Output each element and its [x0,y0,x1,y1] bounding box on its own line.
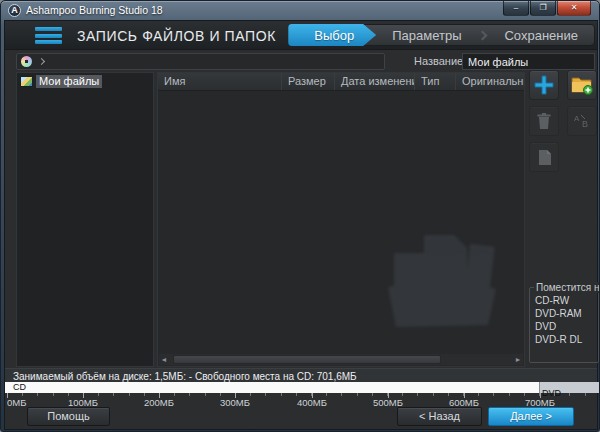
window-controls: – ❐ ✕ [502,1,591,16]
disc-icon [21,56,32,67]
capacity-bar: CD DVD [5,382,599,393]
name-label: Название: [414,53,466,70]
folder-plus-icon [571,75,593,95]
tab-options[interactable]: Параметры [376,25,477,45]
back-button[interactable]: < Назад [397,407,482,426]
horizontal-scrollbar: ◄ ► [159,354,523,365]
folder-tree-panel: Мои файлы [16,72,154,367]
ruler-minor-ticks [7,393,597,396]
scroll-right-icon[interactable]: ► [513,354,523,365]
plus-icon [533,74,555,96]
trash-icon [536,112,552,130]
svg-text:A: A [574,114,580,123]
scroll-left-icon[interactable]: ◄ [159,354,169,365]
fits-on-item: DVD [535,320,593,333]
document-icon [537,149,552,166]
ruler-label: 0МБ [7,397,26,408]
fits-on-item: DVD-R DL [535,333,593,346]
project-name-input[interactable] [462,53,595,70]
ruler-label: 400МБ [297,397,327,408]
column-type[interactable]: Тип [415,73,456,90]
sidebar-item-my-files[interactable]: Мои файлы [17,73,153,90]
tab-save[interactable]: Сохранение [488,25,594,45]
app-logo-icon: A [8,4,21,17]
add-files-button[interactable] [529,70,559,100]
next-button[interactable]: Далее > [488,407,574,426]
file-table: Имя Размер Дата изменения Тип Оригинальн… [157,72,525,367]
sidebar-item-label: Мои файлы [36,75,102,88]
fits-on-item: DVD-RAM [535,307,593,320]
rename-button[interactable]: A B [567,106,597,136]
delete-button[interactable] [529,106,559,136]
breadcrumb[interactable] [16,53,385,70]
header: ЗАПИСЬ ФАЙЛОВ И ПАПОК Выбор Параметры Со… [5,21,597,50]
maximize-button[interactable]: ❐ [530,1,556,16]
close-button[interactable]: ✕ [557,1,591,16]
ruler-label: 200МБ [144,397,174,408]
rename-icon: A B [573,113,591,129]
wizard-tabs: Выбор Параметры Сохранение [288,24,595,46]
table-header: Имя Размер Дата изменения Тип Оригинальн… [158,73,524,91]
chevron-right-icon [478,30,488,40]
svg-text:B: B [582,119,588,129]
empty-folder-watermark-icon [386,225,498,329]
cd-capacity-label: CD [13,382,26,393]
column-name[interactable]: Имя [158,73,282,90]
dvd-capacity-segment: DVD [539,382,599,393]
chevron-right-icon [38,58,45,65]
menu-icon[interactable] [35,27,62,44]
capacity-ruler: 0МБ 100МБ 200МБ 300МБ 400МБ 500МБ 600МБ … [5,393,599,406]
column-original-file[interactable]: Оригинальный файл [456,73,524,90]
fits-on-group: Поместится на: CD-RW DVD-RAM DVD DVD-R D… [529,287,599,363]
scrollbar-track[interactable] [169,354,513,365]
app-body: ЗАПИСЬ ФАЙЛОВ И ПАПОК Выбор Параметры Со… [4,20,598,430]
fits-on-title: Поместится на: [534,282,600,293]
help-button[interactable]: Помощь [27,407,110,426]
page-title: ЗАПИСЬ ФАЙЛОВ И ПАПОК [77,28,276,44]
column-date-modified[interactable]: Дата изменения [335,73,415,90]
add-folder-button[interactable] [567,70,597,100]
new-document-button[interactable] [529,142,559,172]
scrollbar-thumb[interactable] [173,355,441,364]
window-title: Ashampoo Burning Studio 18 [26,4,163,16]
title-bar: A Ashampoo Burning Studio 18 – ❐ ✕ [1,1,599,20]
ruler-label: 300МБ [220,397,250,408]
disk-usage-status: Занимаемый объём на диске: 1,5МБ: - Своб… [13,371,357,382]
minimize-button[interactable]: – [503,1,529,16]
column-size[interactable]: Размер [282,73,335,90]
folder-disc-icon [20,76,33,87]
tab-selection[interactable]: Выбор [288,24,376,46]
fits-on-item: CD-RW [535,294,593,307]
app-window: A Ashampoo Burning Studio 18 – ❐ ✕ ЗАПИС… [0,0,600,432]
status-bar: Занимаемый объём на диске: 1,5МБ: - Своб… [5,368,597,382]
